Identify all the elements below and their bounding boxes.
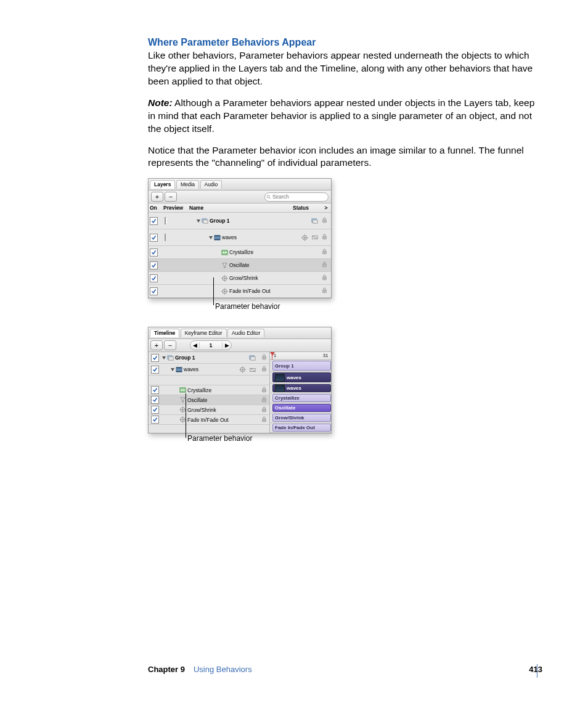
item-name: waves bbox=[222, 234, 237, 240]
clip-label: Grow/Shrink bbox=[275, 415, 304, 421]
tl-add-button[interactable]: + bbox=[150, 340, 163, 350]
svg-rect-19 bbox=[222, 250, 227, 255]
visibility-checkbox[interactable] bbox=[150, 234, 158, 242]
tab-audio[interactable]: Audio bbox=[200, 180, 223, 189]
tl-row-fade-in-fade-out[interactable]: Fade In/Fade Out bbox=[149, 415, 269, 425]
search-input[interactable] bbox=[271, 193, 325, 200]
visibility-checkbox[interactable] bbox=[151, 366, 159, 374]
playhead[interactable] bbox=[272, 352, 272, 359]
ruler-tick-31: 31 bbox=[323, 353, 328, 358]
svg-rect-18 bbox=[323, 237, 327, 240]
svg-point-32 bbox=[224, 290, 226, 292]
timeline-clip[interactable]: Crystallize bbox=[272, 394, 331, 402]
frame-next-icon[interactable]: ▶ bbox=[223, 342, 231, 348]
tab-audio-editor[interactable]: Audio Editor bbox=[227, 329, 264, 337]
visibility-checkbox[interactable] bbox=[151, 354, 159, 362]
layer-row-grow-shrink[interactable]: Grow/Shrink bbox=[149, 272, 331, 285]
lock-icon[interactable] bbox=[322, 274, 327, 282]
item-name: Grow/Shrink bbox=[229, 275, 258, 281]
visibility-checkbox[interactable] bbox=[150, 248, 158, 257]
timeline-clip[interactable]: Grow/Shrink bbox=[272, 414, 331, 422]
col-expand[interactable]: > bbox=[322, 205, 330, 211]
visibility-checkbox[interactable] bbox=[151, 386, 159, 394]
item-name: Oscillate bbox=[187, 397, 208, 403]
timeline-clip[interactable]: waves bbox=[272, 372, 331, 382]
tl-row-grow-shrink[interactable]: Grow/Shrink bbox=[149, 405, 269, 415]
spacer-row bbox=[149, 376, 269, 385]
clip-label: Fade In/Fade Out bbox=[275, 425, 315, 430]
tl-remove-button[interactable]: − bbox=[164, 340, 176, 350]
lock-icon[interactable] bbox=[259, 366, 268, 373]
lock-icon[interactable] bbox=[322, 217, 327, 224]
add-button[interactable]: + bbox=[151, 192, 163, 202]
column-headers: On Preview Name Status > bbox=[149, 203, 331, 213]
tab-keyframe-editor[interactable]: Keyframe Editor bbox=[181, 329, 227, 337]
lock-icon[interactable] bbox=[259, 396, 268, 404]
tl-row-group-1[interactable]: Group 1 bbox=[149, 352, 269, 364]
disclosure-triangle-icon[interactable] bbox=[209, 236, 213, 239]
clip-thumbnail bbox=[275, 374, 285, 382]
lock-icon[interactable] bbox=[322, 234, 327, 241]
svg-rect-42 bbox=[262, 357, 266, 360]
tab-media[interactable]: Media bbox=[176, 180, 199, 189]
timeline-clip[interactable]: Fade In/Fade Out bbox=[272, 424, 331, 432]
search-field[interactable] bbox=[264, 192, 329, 202]
svg-rect-3 bbox=[203, 220, 208, 224]
lock-icon[interactable] bbox=[259, 354, 268, 361]
svg-rect-58 bbox=[262, 389, 266, 392]
frame-counter[interactable]: ◀ 1 ▶ bbox=[190, 340, 232, 350]
clip-label: Group 1 bbox=[275, 363, 294, 369]
lock-icon[interactable] bbox=[322, 287, 327, 295]
clip-row: waves bbox=[270, 372, 331, 384]
visibility-checkbox[interactable] bbox=[150, 274, 158, 282]
col-on: On bbox=[150, 205, 163, 211]
callout-line-2 bbox=[186, 393, 186, 438]
gear-icon bbox=[301, 234, 309, 241]
clip-row: Group 1 bbox=[270, 360, 331, 372]
tab-layers[interactable]: Layers bbox=[150, 180, 175, 189]
disclosure-triangle-icon[interactable] bbox=[197, 220, 200, 223]
note-paragraph: Note: Although a Parameter behaviors app… bbox=[148, 97, 542, 136]
svg-rect-5 bbox=[313, 220, 317, 223]
timeline-clip[interactable]: Group 1 bbox=[272, 361, 331, 371]
lock-icon[interactable] bbox=[259, 387, 268, 394]
tl-row-waves[interactable]: waves bbox=[149, 364, 269, 376]
disclosure-triangle-icon[interactable] bbox=[162, 356, 166, 359]
timeline-clip[interactable]: Oscillate bbox=[272, 404, 331, 412]
callout-label: Parameter behavior bbox=[215, 302, 280, 311]
time-ruler[interactable]: 1 31 bbox=[270, 352, 331, 360]
visibility-checkbox[interactable] bbox=[151, 416, 159, 424]
svg-rect-37 bbox=[323, 290, 327, 293]
clip-icon bbox=[312, 234, 319, 241]
visibility-checkbox[interactable] bbox=[151, 396, 159, 404]
lock-icon[interactable] bbox=[322, 261, 327, 269]
tl-row-crystallize[interactable]: Crystallize bbox=[149, 385, 269, 395]
lock-icon[interactable] bbox=[259, 406, 268, 414]
svg-rect-66 bbox=[262, 409, 266, 412]
lock-icon[interactable] bbox=[322, 248, 327, 256]
frame-prev-icon[interactable]: ◀ bbox=[190, 342, 199, 348]
timeline-clip[interactable]: waves bbox=[272, 384, 331, 392]
stack-icon bbox=[249, 355, 257, 361]
clip-label: waves bbox=[287, 385, 301, 391]
visibility-checkbox[interactable] bbox=[150, 217, 158, 225]
svg-line-1 bbox=[269, 197, 271, 199]
visibility-checkbox[interactable] bbox=[151, 406, 159, 414]
tab-timeline[interactable]: Timeline bbox=[150, 329, 179, 337]
visibility-checkbox[interactable] bbox=[150, 261, 158, 269]
item-name: Crystallize bbox=[187, 387, 211, 393]
lock-icon[interactable] bbox=[259, 416, 268, 424]
remove-button[interactable]: − bbox=[165, 192, 177, 202]
layer-row-crystallize[interactable]: Crystallize bbox=[149, 246, 331, 259]
layer-row-oscillate[interactable]: Oscillate bbox=[149, 259, 331, 272]
col-status: Status bbox=[293, 205, 322, 211]
stack-icon bbox=[311, 217, 319, 224]
visibility-checkbox[interactable] bbox=[150, 287, 158, 295]
disclosure-triangle-icon[interactable] bbox=[171, 368, 174, 371]
tl-row-oscillate[interactable]: Oscillate bbox=[149, 395, 269, 405]
svg-rect-55 bbox=[180, 388, 186, 392]
layer-row-group-1[interactable]: Group 1 bbox=[149, 213, 331, 229]
layer-row-waves[interactable]: waves bbox=[149, 229, 331, 246]
layer-row-fade-in-fade-out[interactable]: Fade In/Fade Out bbox=[149, 285, 331, 298]
note-label: Note: bbox=[148, 97, 173, 108]
